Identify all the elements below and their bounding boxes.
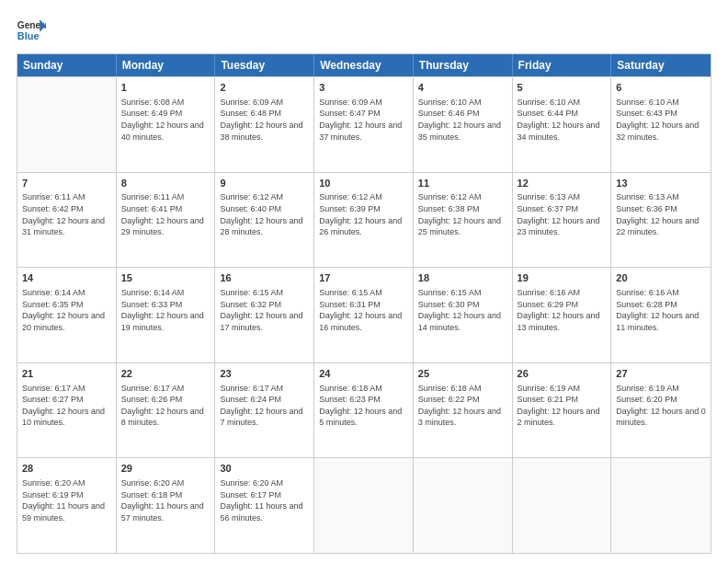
calendar-cell: 20 Sunrise: 6:16 AMSunset: 6:28 PMDaylig…: [611, 268, 711, 362]
calendar-body: 1 Sunrise: 6:08 AMSunset: 6:49 PMDayligh…: [17, 76, 711, 553]
calendar-cell: 2 Sunrise: 6:09 AMSunset: 6:48 PMDayligh…: [215, 77, 314, 172]
calendar-cell: 22 Sunrise: 6:17 AMSunset: 6:26 PMDaylig…: [117, 363, 216, 458]
svg-text:Blue: Blue: [17, 30, 40, 41]
cell-info: Sunrise: 6:09 AMSunset: 6:47 PMDaylight:…: [319, 97, 408, 143]
day-number: 4: [418, 81, 507, 95]
calendar-cell: 13 Sunrise: 6:13 AMSunset: 6:36 PMDaylig…: [611, 173, 711, 268]
calendar-cell: 21 Sunrise: 6:17 AMSunset: 6:27 PMDaylig…: [17, 363, 117, 458]
cell-info: Sunrise: 6:11 AMSunset: 6:41 PMDaylight:…: [121, 191, 210, 237]
weekday-header: Sunday: [17, 54, 117, 76]
calendar-cell: 4 Sunrise: 6:10 AMSunset: 6:46 PMDayligh…: [414, 77, 513, 172]
cell-info: Sunrise: 6:19 AMSunset: 6:20 PMDaylight:…: [616, 383, 706, 429]
cell-info: Sunrise: 6:15 AMSunset: 6:31 PMDaylight:…: [319, 287, 408, 333]
calendar-cell: 30 Sunrise: 6:20 AMSunset: 6:17 PMDaylig…: [215, 458, 314, 553]
calendar-row: 14 Sunrise: 6:14 AMSunset: 6:35 PMDaylig…: [17, 267, 711, 362]
day-number: 28: [22, 462, 111, 476]
calendar-row: 28 Sunrise: 6:20 AMSunset: 6:19 PMDaylig…: [17, 457, 711, 553]
day-number: 14: [22, 271, 111, 285]
day-number: 23: [220, 367, 309, 381]
cell-info: Sunrise: 6:17 AMSunset: 6:26 PMDaylight:…: [121, 383, 210, 429]
calendar-row: 7 Sunrise: 6:11 AMSunset: 6:42 PMDayligh…: [17, 172, 711, 268]
day-number: 13: [616, 177, 706, 190]
calendar-cell: 1 Sunrise: 6:08 AMSunset: 6:49 PMDayligh…: [117, 77, 216, 172]
weekday-header: Saturday: [611, 54, 711, 76]
day-number: 10: [319, 177, 408, 190]
day-number: 12: [518, 177, 607, 190]
calendar-cell: 16 Sunrise: 6:15 AMSunset: 6:32 PMDaylig…: [215, 268, 314, 362]
day-number: 2: [220, 81, 309, 95]
weekday-header: Monday: [117, 54, 216, 76]
calendar-cell: [611, 458, 711, 553]
cell-info: Sunrise: 6:13 AMSunset: 6:36 PMDaylight:…: [616, 191, 706, 237]
cell-info: Sunrise: 6:18 AMSunset: 6:23 PMDaylight:…: [319, 383, 408, 429]
calendar-cell: 9 Sunrise: 6:12 AMSunset: 6:40 PMDayligh…: [215, 173, 314, 268]
calendar-row: 21 Sunrise: 6:17 AMSunset: 6:27 PMDaylig…: [17, 362, 711, 458]
logo-icon: General Blue: [17, 17, 46, 46]
calendar: SundayMondayTuesdayWednesdayThursdayFrid…: [17, 53, 711, 554]
day-number: 24: [319, 367, 408, 381]
weekday-header: Tuesday: [215, 54, 314, 76]
cell-info: Sunrise: 6:19 AMSunset: 6:21 PMDaylight:…: [518, 383, 607, 429]
calendar-cell: 6 Sunrise: 6:10 AMSunset: 6:43 PMDayligh…: [611, 77, 711, 172]
calendar-cell: 15 Sunrise: 6:14 AMSunset: 6:33 PMDaylig…: [117, 268, 216, 362]
weekday-header: Thursday: [414, 54, 513, 76]
cell-info: Sunrise: 6:15 AMSunset: 6:30 PMDaylight:…: [418, 287, 507, 333]
calendar-cell: 27 Sunrise: 6:19 AMSunset: 6:20 PMDaylig…: [611, 363, 711, 458]
day-number: 6: [616, 81, 706, 95]
day-number: 26: [518, 367, 607, 381]
day-number: 3: [319, 81, 408, 95]
calendar-cell: [414, 458, 513, 553]
day-number: 11: [418, 177, 507, 190]
cell-info: Sunrise: 6:10 AMSunset: 6:43 PMDaylight:…: [616, 97, 706, 143]
cell-info: Sunrise: 6:17 AMSunset: 6:27 PMDaylight:…: [22, 383, 111, 429]
day-number: 18: [418, 271, 507, 285]
calendar-cell: 28 Sunrise: 6:20 AMSunset: 6:19 PMDaylig…: [17, 458, 117, 553]
cell-info: Sunrise: 6:12 AMSunset: 6:39 PMDaylight:…: [319, 191, 408, 237]
calendar-cell: [314, 458, 414, 553]
calendar-cell: 11 Sunrise: 6:12 AMSunset: 6:38 PMDaylig…: [414, 173, 513, 268]
cell-info: Sunrise: 6:18 AMSunset: 6:22 PMDaylight:…: [418, 383, 507, 429]
cell-info: Sunrise: 6:17 AMSunset: 6:24 PMDaylight:…: [220, 383, 309, 429]
cell-info: Sunrise: 6:20 AMSunset: 6:18 PMDaylight:…: [121, 477, 210, 523]
day-number: 21: [22, 367, 111, 381]
day-number: 16: [220, 271, 309, 285]
day-number: 25: [418, 367, 507, 381]
calendar-cell: 5 Sunrise: 6:10 AMSunset: 6:44 PMDayligh…: [513, 77, 612, 172]
calendar-cell: 25 Sunrise: 6:18 AMSunset: 6:22 PMDaylig…: [414, 363, 513, 458]
calendar-cell: 14 Sunrise: 6:14 AMSunset: 6:35 PMDaylig…: [17, 268, 117, 362]
cell-info: Sunrise: 6:14 AMSunset: 6:35 PMDaylight:…: [22, 287, 111, 333]
calendar-cell: 10 Sunrise: 6:12 AMSunset: 6:39 PMDaylig…: [314, 173, 414, 268]
calendar-cell: 8 Sunrise: 6:11 AMSunset: 6:41 PMDayligh…: [117, 173, 216, 268]
page: General Blue SundayMondayTuesdayWednesda…: [0, 0, 728, 563]
day-number: 17: [319, 271, 408, 285]
day-number: 9: [220, 177, 309, 190]
day-number: 30: [220, 462, 309, 476]
day-number: 22: [121, 367, 210, 381]
calendar-cell: 17 Sunrise: 6:15 AMSunset: 6:31 PMDaylig…: [314, 268, 414, 362]
calendar-cell: 26 Sunrise: 6:19 AMSunset: 6:21 PMDaylig…: [513, 363, 612, 458]
calendar-cell: 3 Sunrise: 6:09 AMSunset: 6:47 PMDayligh…: [314, 77, 414, 172]
day-number: 7: [22, 177, 111, 190]
calendar-cell: 12 Sunrise: 6:13 AMSunset: 6:37 PMDaylig…: [513, 173, 612, 268]
logo: General Blue: [17, 17, 46, 46]
cell-info: Sunrise: 6:12 AMSunset: 6:40 PMDaylight:…: [220, 191, 309, 237]
calendar-header: SundayMondayTuesdayWednesdayThursdayFrid…: [17, 54, 711, 76]
day-number: 8: [121, 177, 210, 190]
calendar-cell: 24 Sunrise: 6:18 AMSunset: 6:23 PMDaylig…: [314, 363, 414, 458]
cell-info: Sunrise: 6:10 AMSunset: 6:46 PMDaylight:…: [418, 97, 507, 143]
cell-info: Sunrise: 6:20 AMSunset: 6:19 PMDaylight:…: [22, 477, 111, 523]
calendar-cell: 23 Sunrise: 6:17 AMSunset: 6:24 PMDaylig…: [215, 363, 314, 458]
cell-info: Sunrise: 6:11 AMSunset: 6:42 PMDaylight:…: [22, 191, 111, 237]
day-number: 15: [121, 271, 210, 285]
day-number: 29: [121, 462, 210, 476]
day-number: 19: [518, 271, 607, 285]
cell-info: Sunrise: 6:16 AMSunset: 6:29 PMDaylight:…: [518, 287, 607, 333]
cell-info: Sunrise: 6:14 AMSunset: 6:33 PMDaylight:…: [121, 287, 210, 333]
calendar-row: 1 Sunrise: 6:08 AMSunset: 6:49 PMDayligh…: [17, 76, 711, 172]
cell-info: Sunrise: 6:09 AMSunset: 6:48 PMDaylight:…: [220, 97, 309, 143]
day-number: 1: [121, 81, 210, 95]
calendar-cell: 29 Sunrise: 6:20 AMSunset: 6:18 PMDaylig…: [117, 458, 216, 553]
calendar-cell: 7 Sunrise: 6:11 AMSunset: 6:42 PMDayligh…: [17, 173, 117, 268]
cell-info: Sunrise: 6:15 AMSunset: 6:32 PMDaylight:…: [220, 287, 309, 333]
weekday-header: Wednesday: [314, 54, 414, 76]
